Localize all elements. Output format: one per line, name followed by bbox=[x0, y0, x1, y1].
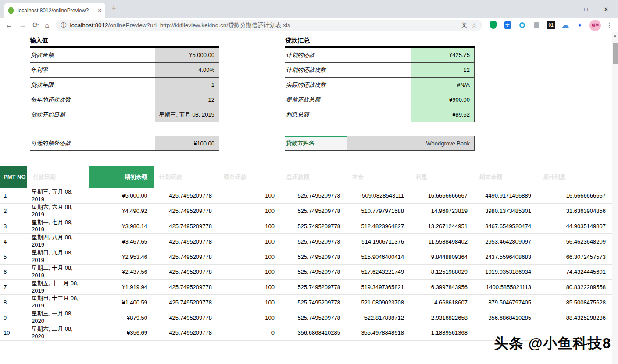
schedule-cell: 2437.5596408683 bbox=[474, 249, 537, 265]
url-host: localhost:8012 bbox=[70, 22, 108, 28]
row-label: 贷款方姓名 bbox=[285, 136, 347, 150]
browser-titlebar: localhost:8012/onlinePreview? ✕ + – □ ✕ bbox=[0, 0, 618, 18]
extension-cloud-icon[interactable]: ☁ bbox=[561, 21, 570, 30]
extension-shield-icon[interactable] bbox=[488, 21, 498, 30]
schedule-cell: 514.1906711376 bbox=[347, 234, 410, 249]
url-text[interactable]: localhost:8012/onlinePreview?url=http://… bbox=[70, 21, 458, 29]
schedule-row: 3星期一, 七月 08, 2019¥3,980.14425.7495209778… bbox=[0, 219, 612, 234]
shield-icon bbox=[490, 21, 497, 29]
schedule-cell: 14.969723819 bbox=[410, 203, 474, 219]
schedule-cell: ¥1,400.59 bbox=[89, 295, 154, 310]
tab-close-icon[interactable]: ✕ bbox=[98, 8, 102, 14]
circle-icon bbox=[519, 22, 525, 28]
schedule-cell: 517.6243221749 bbox=[347, 264, 410, 279]
extension-01-badge[interactable]: 01 bbox=[546, 21, 556, 30]
schedule-cell: 525.7495209778 bbox=[281, 295, 347, 310]
schedule-cell: 星期三, 五月 08, 2019 bbox=[27, 188, 89, 203]
schedule-cell: 星期日, 十二月 08, 2019 bbox=[27, 295, 89, 310]
schedule-cell: 515.9046400414 bbox=[347, 249, 410, 265]
schedule-cell: 425.7495209778 bbox=[154, 264, 218, 279]
schedule-cell: 星期二, 十月 08, 2019 bbox=[27, 264, 89, 279]
schedule-cell: 66.3072457573 bbox=[537, 249, 612, 265]
schedule-cell: ¥2,437.56 bbox=[89, 264, 154, 279]
spark-icon: ✦ bbox=[577, 22, 583, 28]
schedule-cell: 星期四, 八月 08, 2019 bbox=[27, 234, 89, 249]
summary-rows: 计划的还款¥425.75计划的还款次数12实际的还款次数#N/A提前还款总额¥9… bbox=[285, 48, 475, 122]
schedule-cell: 525.7495209778 bbox=[281, 203, 347, 219]
lender-name-row: 贷款方姓名 Woodgrove Bank bbox=[285, 136, 475, 151]
extension-translate-icon[interactable]: 文 bbox=[503, 21, 512, 30]
schedule-cell: 525.7495209778 bbox=[281, 249, 347, 265]
schedule-cell: 356.6868410285 bbox=[281, 325, 347, 341]
spreadsheet-preview: 输入值 贷款金额¥5,000.00年利率4.00%贷款年限1每年的还款次数12贷… bbox=[0, 32, 618, 364]
refresh-icon[interactable]: ⟳ bbox=[32, 21, 39, 29]
row-value: 星期三, 五月 08, 2019 bbox=[155, 107, 219, 122]
schedule-cell: 2 bbox=[0, 203, 27, 219]
schedule-cell: ¥2,953.46 bbox=[89, 249, 154, 265]
schedule-cell: 星期日, 九月 08, 2019 bbox=[27, 249, 89, 265]
schedule-row: 1星期三, 五月 08, 2019¥5,000.00425.7495209778… bbox=[0, 188, 612, 203]
tab-title: localhost:8012/onlinePreview? bbox=[18, 7, 95, 14]
schedule-cell: 525.7495209778 bbox=[281, 219, 347, 234]
schedule-cell: 525.7495209778 bbox=[281, 279, 347, 295]
schedule-cell: 100 bbox=[218, 219, 281, 234]
translate-icon[interactable]: 文 bbox=[461, 21, 467, 29]
schedule-cell: 星期六, 二月 08, 2020 bbox=[27, 325, 89, 341]
schedule-cell: 星期五, 十一月 08, 2019 bbox=[27, 279, 89, 295]
schedule-cell: 100 bbox=[218, 188, 281, 203]
minimize-button[interactable]: – bbox=[556, 6, 576, 13]
panel-row: 计划的还款¥425.75 bbox=[285, 48, 475, 63]
scrollbar-up-arrow[interactable]: ▲ bbox=[612, 32, 618, 39]
new-tab-button[interactable]: + bbox=[111, 4, 116, 13]
schedule-cell: 31.6363904856 bbox=[537, 203, 612, 219]
row-value: 12 bbox=[411, 63, 474, 77]
forward-icon[interactable]: → bbox=[19, 21, 26, 29]
panel-row: 贷款金额¥5,000.00 bbox=[30, 48, 219, 63]
kebab-menu-icon[interactable]: ⋮ bbox=[606, 21, 613, 29]
home-icon[interactable]: ⌂ bbox=[45, 21, 49, 29]
schedule-cell: 9 bbox=[0, 310, 27, 325]
browser-window: localhost:8012/onlinePreview? ✕ + – □ ✕ … bbox=[0, 0, 618, 364]
extension-spark-icon[interactable]: ✦ bbox=[575, 21, 585, 30]
schedule-cell: 100 bbox=[218, 264, 281, 279]
address-bar[interactable]: ⓘ localhost:8012/onlinePreview?url=http:… bbox=[56, 20, 482, 31]
browser-tab[interactable]: localhost:8012/onlinePreview? ✕ bbox=[4, 3, 105, 18]
schedule-cell: ¥5,000.00 bbox=[89, 188, 154, 203]
schedule-cell: 44.9035149807 bbox=[537, 219, 612, 234]
schedule-header-cell: 利息 bbox=[410, 166, 474, 188]
back-icon[interactable]: ← bbox=[5, 21, 13, 29]
schedule-cell: 509.0828543111 bbox=[347, 188, 410, 203]
bookmark-star-icon[interactable]: ☆ bbox=[471, 22, 477, 29]
scrollbar-thumb[interactable] bbox=[613, 43, 618, 64]
maximize-button[interactable]: □ bbox=[576, 6, 596, 13]
schedule-cell: 星期三, 一月 08, 2020 bbox=[27, 310, 89, 325]
schedule-cell: ¥356.69 bbox=[89, 325, 154, 341]
schedule-cell: ¥4,490.92 bbox=[89, 203, 154, 219]
browser-toolbar: ← → ⟳ ⌂ ⓘ localhost:8012/onlinePreview?u… bbox=[0, 18, 618, 32]
schedule-header-cell: 期末余额 bbox=[474, 166, 537, 188]
schedule-cell: 522.817838712 bbox=[347, 310, 410, 325]
extension-circle-icon[interactable] bbox=[517, 21, 527, 30]
schedule-cell: 2953.4642809097 bbox=[474, 234, 537, 249]
profile-avatar[interactable]: 精华 bbox=[589, 20, 601, 31]
schedule-cell: 100 bbox=[218, 295, 281, 310]
schedule-cell: 5 bbox=[0, 249, 27, 265]
close-button[interactable]: ✕ bbox=[596, 6, 616, 13]
schedule-cell: 4.668618607 bbox=[410, 295, 474, 310]
schedule-cell: 425.7495209778 bbox=[154, 295, 218, 310]
vertical-scrollbar[interactable]: ▲ bbox=[612, 32, 618, 364]
panel-row: 提前还款总额¥900.00 bbox=[285, 92, 475, 107]
schedule-cell: 10 bbox=[0, 325, 27, 341]
watermark: 头条 @小鱼科技8 bbox=[494, 334, 611, 353]
row-label: 可选的额外还款 bbox=[30, 136, 155, 150]
row-value: #N/A bbox=[411, 78, 474, 92]
extension-gray-icon[interactable] bbox=[532, 21, 541, 30]
schedule-cell: 519.3497365821 bbox=[347, 279, 410, 295]
page-info-icon[interactable]: ⓘ bbox=[61, 21, 67, 29]
schedule-cell: 100 bbox=[218, 310, 281, 325]
schedule-row: 9星期三, 一月 08, 2020¥879.50425.749520977810… bbox=[0, 310, 612, 325]
schedule-header-row: PMT NO付款日期期初余额计划还款额外还款总还款额本金利息期末余额累计利息 bbox=[0, 166, 612, 188]
row-value: ¥100.00 bbox=[155, 136, 219, 150]
schedule-cell: 3 bbox=[0, 219, 27, 234]
schedule-row: 2星期六, 六月 08, 2019¥4,490.92425.7495209778… bbox=[0, 203, 612, 219]
